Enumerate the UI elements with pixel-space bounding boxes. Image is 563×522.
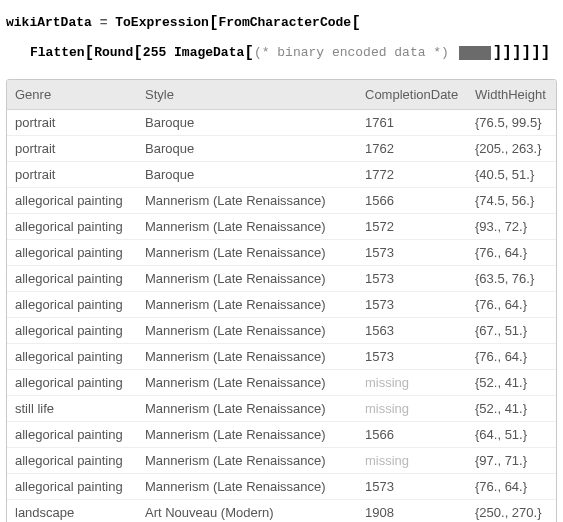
cell-genre: portrait <box>7 135 137 161</box>
cell-style: Mannerism (Late Renaissance) <box>137 343 357 369</box>
cell-genre: allegorical painting <box>7 239 137 265</box>
fn-toexpression: ToExpression <box>115 15 209 30</box>
table-row[interactable]: allegorical paintingMannerism (Late Rena… <box>7 239 556 265</box>
cell-wh: {97., 71.} <box>467 447 556 473</box>
cell-wh: {76., 64.} <box>467 473 556 499</box>
cell-date: 1573 <box>357 473 467 499</box>
cell-genre: allegorical painting <box>7 265 137 291</box>
cell-date: 1573 <box>357 265 467 291</box>
col-genre[interactable]: Genre <box>7 80 137 110</box>
cell-date: missing <box>357 369 467 395</box>
code-input-cell[interactable]: wikiArtData = ToExpression[FromCharacter… <box>0 0 563 79</box>
cell-date: missing <box>357 395 467 421</box>
col-completion-date[interactable]: CompletionDate <box>357 80 467 110</box>
code-lhs: wikiArtData <box>6 15 92 30</box>
table-row[interactable]: allegorical paintingMannerism (Late Rena… <box>7 473 556 499</box>
col-style[interactable]: Style <box>137 80 357 110</box>
table-row[interactable]: allegorical paintingMannerism (Late Rena… <box>7 265 556 291</box>
cell-style: Mannerism (Late Renaissance) <box>137 395 357 421</box>
table-row[interactable]: portraitBaroque1772{40.5, 51.} <box>7 161 556 187</box>
table-row[interactable]: allegorical paintingMannerism (Late Rena… <box>7 369 556 395</box>
table-row[interactable]: allegorical paintingMannerism (Late Rena… <box>7 317 556 343</box>
cell-style: Mannerism (Late Renaissance) <box>137 421 357 447</box>
data-table: Genre Style CompletionDate WidthHeight p… <box>7 80 556 522</box>
cell-wh: {64., 51.} <box>467 421 556 447</box>
cell-style: Baroque <box>137 109 357 135</box>
cell-style: Mannerism (Late Renaissance) <box>137 239 357 265</box>
binary-data-placeholder <box>459 46 491 60</box>
cell-genre: landscape <box>7 499 137 522</box>
cell-date: 1908 <box>357 499 467 522</box>
cell-date: 1573 <box>357 343 467 369</box>
cell-style: Mannerism (Late Renaissance) <box>137 317 357 343</box>
cell-style: Baroque <box>137 135 357 161</box>
table-row[interactable]: portraitBaroque1762{205., 263.} <box>7 135 556 161</box>
cell-genre: allegorical painting <box>7 473 137 499</box>
table-row[interactable]: allegorical paintingMannerism (Late Rena… <box>7 343 556 369</box>
cell-wh: {52., 41.} <box>467 395 556 421</box>
cell-genre: allegorical painting <box>7 447 137 473</box>
dataset-output: Genre Style CompletionDate WidthHeight p… <box>6 79 557 522</box>
cell-wh: {40.5, 51.} <box>467 161 556 187</box>
table-header-row: Genre Style CompletionDate WidthHeight <box>7 80 556 110</box>
cell-genre: portrait <box>7 109 137 135</box>
cell-genre: allegorical painting <box>7 343 137 369</box>
cell-wh: {76., 64.} <box>467 239 556 265</box>
cell-wh: {250., 270.} <box>467 499 556 522</box>
table-row[interactable]: allegorical paintingMannerism (Late Rena… <box>7 213 556 239</box>
cell-style: Mannerism (Late Renaissance) <box>137 447 357 473</box>
cell-wh: {76.5, 99.5} <box>467 109 556 135</box>
fn-round: Round <box>94 45 133 60</box>
cell-genre: allegorical painting <box>7 291 137 317</box>
table-row[interactable]: allegorical paintingMannerism (Late Rena… <box>7 187 556 213</box>
cell-genre: allegorical painting <box>7 317 137 343</box>
table-row[interactable]: landscapeArt Nouveau (Modern)1908{250., … <box>7 499 556 522</box>
cell-style: Mannerism (Late Renaissance) <box>137 265 357 291</box>
cell-wh: {63.5, 76.} <box>467 265 556 291</box>
cell-genre: allegorical painting <box>7 213 137 239</box>
table-row[interactable]: still lifeMannerism (Late Renaissance)mi… <box>7 395 556 421</box>
cell-wh: {76., 64.} <box>467 343 556 369</box>
cell-date: 1566 <box>357 187 467 213</box>
fn-flatten: Flatten <box>30 45 85 60</box>
table-row[interactable]: allegorical paintingMannerism (Late Rena… <box>7 291 556 317</box>
cell-genre: allegorical painting <box>7 187 137 213</box>
cell-style: Mannerism (Late Renaissance) <box>137 213 357 239</box>
cell-date: 1573 <box>357 291 467 317</box>
table-row[interactable]: allegorical paintingMannerism (Late Rena… <box>7 447 556 473</box>
cell-date: 1573 <box>357 239 467 265</box>
cell-wh: {93., 72.} <box>467 213 556 239</box>
cell-style: Art Nouveau (Modern) <box>137 499 357 522</box>
cell-genre: portrait <box>7 161 137 187</box>
cell-date: missing <box>357 447 467 473</box>
cell-style: Mannerism (Late Renaissance) <box>137 369 357 395</box>
cell-wh: {74.5, 56.} <box>467 187 556 213</box>
cell-style: Mannerism (Late Renaissance) <box>137 473 357 499</box>
cell-wh: {52., 41.} <box>467 369 556 395</box>
cell-date: 1762 <box>357 135 467 161</box>
literal-255: 255 <box>143 45 166 60</box>
code-equals: = <box>100 15 108 30</box>
cell-date: 1563 <box>357 317 467 343</box>
cell-date: 1572 <box>357 213 467 239</box>
cell-date: 1566 <box>357 421 467 447</box>
cell-wh: {67., 51.} <box>467 317 556 343</box>
cell-wh: {76., 64.} <box>467 291 556 317</box>
cell-date: 1772 <box>357 161 467 187</box>
cell-style: Mannerism (Late Renaissance) <box>137 187 357 213</box>
code-comment: (* binary encoded data *) <box>254 45 449 60</box>
cell-genre: allegorical painting <box>7 369 137 395</box>
col-width-height[interactable]: WidthHeight <box>467 80 556 110</box>
fn-fromcharactercode: FromCharacterCode <box>219 15 352 30</box>
table-row[interactable]: allegorical paintingMannerism (Late Rena… <box>7 421 556 447</box>
fn-imagedata: ImageData <box>174 45 244 60</box>
cell-wh: {205., 263.} <box>467 135 556 161</box>
cell-genre: still life <box>7 395 137 421</box>
cell-date: 1761 <box>357 109 467 135</box>
cell-style: Baroque <box>137 161 357 187</box>
table-row[interactable]: portraitBaroque1761{76.5, 99.5} <box>7 109 556 135</box>
cell-style: Mannerism (Late Renaissance) <box>137 291 357 317</box>
cell-genre: allegorical painting <box>7 421 137 447</box>
